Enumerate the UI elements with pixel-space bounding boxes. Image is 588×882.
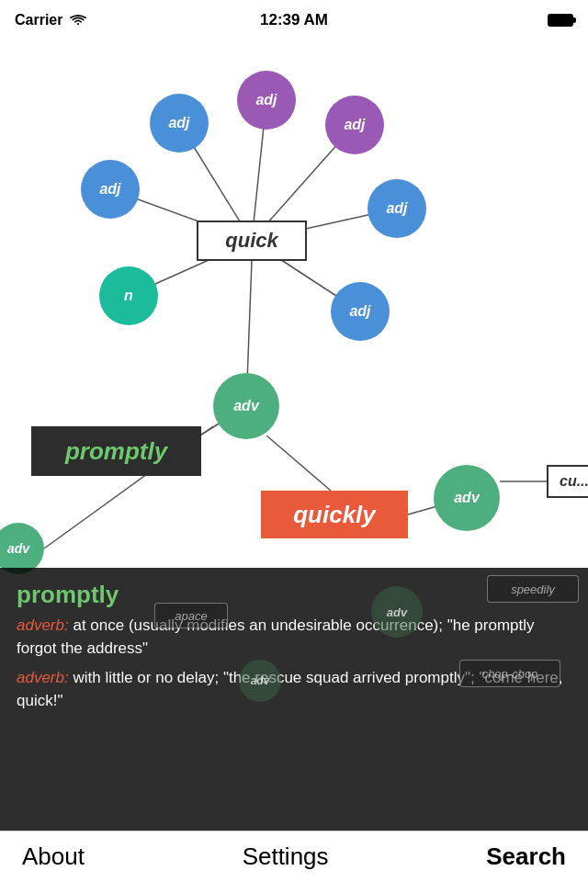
carrier-label: Carrier [15,12,62,28]
pos-2: adverb: [17,669,69,686]
graph-area[interactable]: adj adj adj adj adj adj n adv adv adv qu… [0,40,588,619]
carrier-wifi: Carrier [15,12,86,28]
info-panel: adv apace speedily chop-chop adv promptl… [0,568,588,831]
status-time: 12:39 AM [260,11,328,29]
ghost-speedily: speedily [487,575,579,603]
ghost-apace: apace [154,603,228,628]
n-node-1[interactable]: n [99,266,158,325]
quick-word-node[interactable]: quick [197,220,307,261]
promptly-word-node[interactable]: promptly [31,426,201,476]
adj-node-3[interactable]: adj [81,160,140,219]
wifi-icon [70,14,86,27]
adj-node-2[interactable]: adj [150,94,209,153]
about-button[interactable]: About [22,842,85,871]
adv-node-1[interactable]: adv [213,373,279,439]
adj-node-5[interactable]: adj [368,179,426,238]
ghost-adv-node-2: adv [239,660,281,702]
adj-node-1[interactable]: adj [237,71,296,130]
pos-1: adverb: [17,616,69,634]
adj-node-6[interactable]: adj [331,282,390,341]
ghost-adv-node: adv [371,586,423,638]
settings-button[interactable]: Settings [243,842,329,871]
ghost-chop-chop: chop-chop [459,660,560,687]
svg-line-9 [266,435,331,491]
def-text-1: at once (usually modifies an undesirable… [17,616,535,657]
status-bar: Carrier 12:39 AM [0,0,588,40]
definition-1: adverb: at once (usually modifies an und… [17,615,571,660]
quickly-word-node[interactable]: quickly [261,491,408,538]
search-button[interactable]: Search [486,842,566,871]
battery-icon [548,14,573,27]
cu-word-node[interactable]: cu... [547,465,588,498]
adv-node-2[interactable]: adv [434,465,500,531]
bottom-nav: About Settings Search [0,831,588,882]
adj-node-4[interactable]: adj [325,96,384,154]
